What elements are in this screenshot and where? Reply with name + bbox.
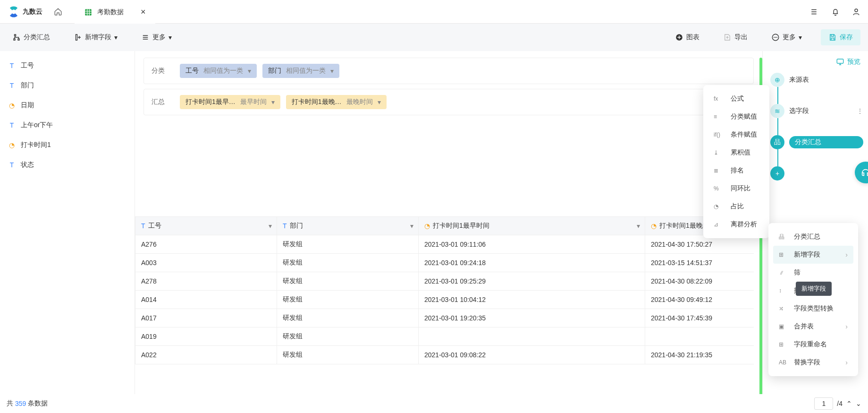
table-row[interactable]: A278研发组2021-03-01 09:25:292021-04-30 08:… [135,272,754,291]
home-button[interactable] [51,4,65,18]
menu-label: 公式 [731,95,744,103]
group-summary-label: 分类汇总 [24,33,50,42]
table-row[interactable]: A022研发组2021-03-01 09:08:222021-04-30 21:… [135,346,754,364]
page-input[interactable] [814,397,833,410]
bell-icon[interactable] [831,7,840,16]
field-item[interactable]: ◔打卡时间1 [0,135,135,155]
column-header[interactable]: T工号▾ [135,217,277,235]
table-cell: 研发组 [277,235,419,254]
table-cell: 2021-04-30 09:49:12 [645,291,754,309]
pipeline-step[interactable]: ⊕来源表 [770,73,863,87]
menu-item[interactable]: ▣合并表› [773,318,853,336]
pipeline-step[interactable]: ≋选字段⋮ [770,104,863,118]
ellipsis-circle-icon [771,33,780,42]
user-icon[interactable] [852,7,860,16]
menu-item[interactable]: ≡分类赋值 [708,108,765,126]
menu-item[interactable]: ⊿离群分析 [708,215,765,233]
app-logo[interactable]: 九数云 [8,6,42,18]
list-settings-icon[interactable] [810,7,819,16]
chart-button[interactable]: 图表 [670,30,704,44]
group-summary-button[interactable]: 分类汇总 [8,30,55,44]
chip-sub: 最早时间 [240,98,267,106]
chevron-down-icon[interactable]: ▾ [637,222,640,230]
menu-icon: ◔ [714,203,725,210]
field-item[interactable]: ◔日期 [0,95,135,115]
chevron-down-icon: ▾ [330,67,334,75]
menu-label: 条件赋值 [731,130,757,139]
menu-item[interactable]: ⤓累积值 [708,144,765,162]
chevron-down-icon: ▾ [799,34,802,41]
field-item[interactable]: T部门 [0,76,135,95]
page-down-icon[interactable]: ⌄ [856,400,861,407]
chip[interactable]: 打卡时间1最晚…最晚时间▾ [286,95,387,109]
table-row[interactable]: A017研发组2021-03-01 19:20:352021-04-30 17:… [135,309,754,327]
chip[interactable]: 打卡时间1最早…最早时间▾ [180,95,280,109]
time-type-icon: ◔ [8,141,16,149]
column-header[interactable]: T部门▾ [277,217,419,235]
menu-label: 占比 [731,202,744,211]
menu-label: 新增字段 [794,250,820,259]
field-item[interactable]: T上午or下午 [0,115,135,135]
table-cell: A017 [135,309,277,327]
add-field-button[interactable]: 新增字段 ▾ [69,30,122,44]
save-button[interactable]: 保存 [821,29,860,45]
menu-item[interactable]: 品分类汇总 [773,228,853,246]
table-cell: A022 [135,346,277,364]
toolbar-more2-button[interactable]: 更多 ▾ [767,30,807,44]
field-label: 工号 [21,61,34,70]
menu-icon: 品 [779,233,788,241]
menu-label: 合并表 [794,322,814,331]
add-step-button[interactable]: + [770,166,784,181]
menu-item[interactable]: ⊞新增字段› [773,246,853,264]
tab-attendance-data[interactable]: 考勤数据 × [75,0,155,24]
chevron-down-icon[interactable]: ▾ [269,222,272,230]
column-header[interactable]: ◔打卡时间1最早时间▾ [419,217,645,235]
menu-item[interactable]: ⤭字段类型转换 [773,300,853,318]
time-type-icon: ◔ [424,222,430,230]
menu-item[interactable]: %同环比 [708,180,765,198]
page-up-icon[interactable]: ⌃ [846,400,852,407]
menu-icon: AB [779,359,788,366]
more-icon[interactable]: ⋮ [857,107,863,115]
menu-item[interactable]: ≣排名 [708,162,765,180]
table-row[interactable]: A276研发组2021-03-01 09:11:062021-04-30 17:… [135,235,754,254]
menu-item[interactable]: ⊞字段重命名 [773,336,853,353]
pipeline-step[interactable]: 品分类汇总 [770,135,863,149]
menu-item[interactable]: AB替换字段› [773,353,853,371]
toolbar-more-label: 更多 [152,33,166,42]
table-row[interactable]: A019研发组 [135,327,754,346]
table-cell: 研发组 [277,327,419,346]
svg-point-6 [776,37,777,38]
chip[interactable]: 工号相同值为一类▾ [180,64,257,78]
field-item[interactable]: T状态 [0,155,135,175]
toolbar-more-button[interactable]: 更多 ▾ [136,30,177,44]
menu-item[interactable]: ◔占比 [708,198,765,215]
menu-icon: ⊞ [779,341,788,348]
export-label: 导出 [734,33,748,42]
headset-icon [860,167,868,178]
menu-item[interactable]: if()条件赋值 [708,126,765,144]
table-row[interactable]: A003研发组2021-03-01 09:24:182021-03-15 14:… [135,254,754,272]
table-row[interactable]: A014研发组2021-03-01 10:04:122021-04-30 09:… [135,291,754,309]
chip[interactable]: 部门相同值为一类▾ [262,64,339,78]
table-cell: 研发组 [277,346,419,364]
time-type-icon: ◔ [651,222,657,230]
menu-item[interactable]: fx公式 [708,90,765,108]
svg-point-1 [855,9,858,12]
preview-button[interactable]: 预览 [767,56,863,68]
text-type-icon: T [8,121,16,129]
chip-name: 工号 [185,67,199,75]
menu-item[interactable]: ⫽筛 [773,264,853,282]
menu-label: 同环比 [731,184,750,193]
close-icon[interactable]: × [141,7,146,17]
table-cell: A014 [135,291,277,309]
text-type-icon: T [8,82,16,89]
preview-label: 预览 [847,58,860,66]
column-label: 工号 [148,222,161,230]
field-label: 上午or下午 [21,121,53,129]
app-name: 九数云 [23,8,42,16]
chevron-down-icon: ▾ [248,67,251,75]
svg-rect-0 [85,9,92,16]
chevron-down-icon[interactable]: ▾ [410,222,413,230]
field-item[interactable]: T工号 [0,56,135,76]
